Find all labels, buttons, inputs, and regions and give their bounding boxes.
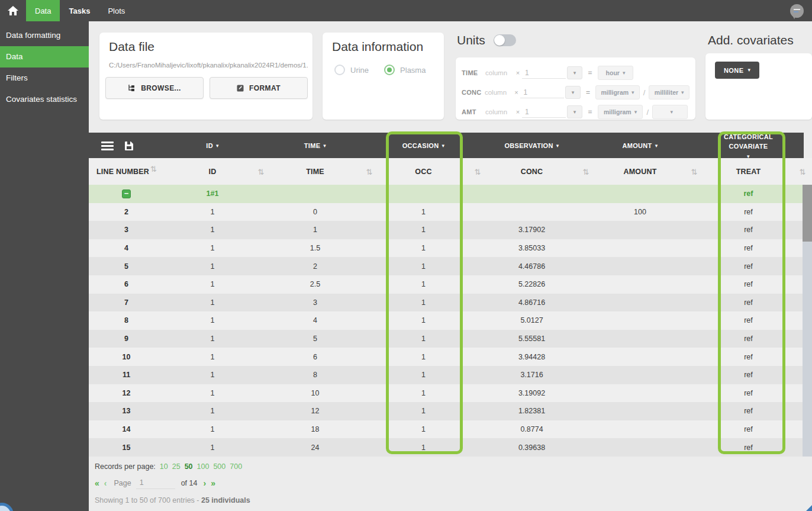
time-column-dropdown[interactable]: ▾ [567,66,582,79]
home-icon [8,6,18,15]
table-row: 71314.86716ref [89,294,803,312]
page-size-option-700[interactable]: 700 [230,462,242,471]
conc-unit-numerator-dropdown[interactable]: milligram▾ [595,85,640,99]
format-button[interactable]: FORMAT [210,77,308,99]
column-type-label: CATEGORICAL COVARIATE [720,133,777,152]
cell-id: 1 [164,425,261,433]
first-page-button[interactable]: « [95,478,99,488]
scrollbar-thumb[interactable] [803,185,812,242]
cell-time: 4 [261,316,369,324]
units-panel: TIME column × ▾ = hour▾ CONC column × ▾ … [456,57,695,120]
cell-conc: 5.0127 [478,316,586,324]
caret-down-icon: ▾ [573,70,576,76]
cell-conc: 3.19092 [478,389,586,397]
cell-id: 1 [164,280,261,288]
conc-factor-input[interactable] [520,87,564,98]
cell-id: 1 [164,443,261,452]
cell-treat: ref [694,425,803,433]
cell-treat: ref [694,353,803,361]
table-row: 51214.46786ref [89,257,803,275]
table-row: 2101100ref [89,203,803,221]
tab-data-label: Data [35,7,51,15]
units-row-amt: AMT column × ▾ = milligram▾ / ▾ [462,104,689,120]
cell-treat: ref [694,298,803,307]
column-type-time-dropdown[interactable]: TIME▾ [304,142,326,149]
table-row: 1512410.39638ref [89,438,803,457]
table-menu-button[interactable] [101,142,114,150]
radio-urine[interactable]: Urine [334,65,369,75]
page-size-option-10[interactable]: 10 [160,462,168,471]
amt-factor-input[interactable] [522,107,566,118]
tab-plots[interactable]: Plots [99,0,134,21]
multiply-icon: × [514,69,522,76]
cell-occ: 1 [369,280,478,288]
next-page-button[interactable]: › [203,478,206,488]
tab-data[interactable]: Data [26,0,60,21]
table-row: 81415.0127ref [89,311,803,330]
slash-separator: / [640,88,649,97]
cell-conc: 4.46786 [478,262,586,271]
column-type-observation-dropdown[interactable]: OBSERVATION▾ [505,142,559,149]
sort-icon[interactable]: ⇅ [150,165,157,173]
message-bubble-tail [791,15,795,19]
tab-tasks[interactable]: Tasks [60,0,99,21]
sidebar-item-data[interactable]: Data [0,46,89,68]
cell-occ: 1 [369,335,478,343]
window-resize-grip-icon[interactable] [806,505,812,511]
page-size-option-25[interactable]: 25 [172,462,181,471]
cell-occ: 1 [369,371,478,379]
units-toggle[interactable] [494,34,516,46]
collapse-group-button[interactable]: − [122,189,131,198]
amt-unit-label: milligram [604,108,631,115]
sidebar-item-data-formatting[interactable]: Data formatting [0,25,89,46]
conc-column-dropdown[interactable]: ▾ [565,86,580,99]
sidebar-item-filters[interactable]: Filters [0,68,89,89]
table-vertical-scrollbar[interactable] [803,185,812,457]
cell-treat: ref [694,316,803,324]
sidebar-item-covariates-statistics[interactable]: Covariates statistics [0,89,89,110]
cell-time: 18 [261,425,369,433]
cell-time: 6 [261,353,369,361]
time-unit-dropdown[interactable]: hour▾ [598,66,633,80]
page-number-input[interactable] [136,477,175,489]
conc-unit-denominator-dropdown[interactable]: milliliter▾ [649,85,689,99]
sort-icon[interactable]: ⇅ [800,167,806,176]
add-covariates-none-dropdown[interactable]: NONE ▾ [715,62,759,79]
column-type-amount-dropdown[interactable]: AMOUNT▾ [623,142,658,149]
format-pencil-icon [237,85,244,92]
cell-conc: 0.8774 [478,425,586,433]
page-size-option-500[interactable]: 500 [213,462,225,471]
table-save-button[interactable] [125,142,133,150]
time-factor-input[interactable] [522,68,566,79]
cell-line: 5 [89,262,164,271]
table-row: 101613.94428ref [89,348,803,366]
amt-column-dropdown[interactable]: ▾ [567,105,582,118]
group-treat-cell: ref [694,189,803,198]
cell-line: 2 [89,208,164,216]
home-button[interactable] [0,0,26,21]
cell-time: 8 [261,371,369,379]
cell-time: 2 [261,262,369,271]
amt-unit-numerator-dropdown[interactable]: milligram▾ [598,105,643,119]
column-type-id-dropdown[interactable]: ID▾ [206,142,218,149]
page-size-option-100[interactable]: 100 [197,462,210,471]
amt-unit-denominator-dropdown[interactable]: ▾ [652,105,688,119]
last-page-button[interactable]: » [211,478,215,488]
cell-occ: 1 [369,226,478,234]
format-button-label: FORMAT [249,84,281,92]
cell-occ: 1 [369,262,478,271]
sidebar: Data formatting Data Filters Covariates … [0,21,89,511]
page-size-option-50[interactable]: 50 [185,462,193,471]
browse-button[interactable]: BROWSE... [105,77,204,99]
column-type-occasion-dropdown[interactable]: OCCASION▾ [402,142,445,149]
cell-time: 10 [261,389,369,397]
radio-plasma[interactable]: Plasma [384,65,426,75]
column-type-categorical-covariate-dropdown[interactable]: CATEGORICAL COVARIATE▾ [720,133,777,159]
showing-entries-text: Showing 1 to 50 of 700 entries - [95,496,201,504]
save-floppy-icon [125,142,133,150]
cell-id: 1 [164,335,261,343]
previous-page-button[interactable]: ‹ [104,478,107,488]
column-header-treat: TREAT [736,168,761,176]
feedback-message-icon[interactable] [790,4,804,18]
cell-id: 1 [164,407,261,415]
